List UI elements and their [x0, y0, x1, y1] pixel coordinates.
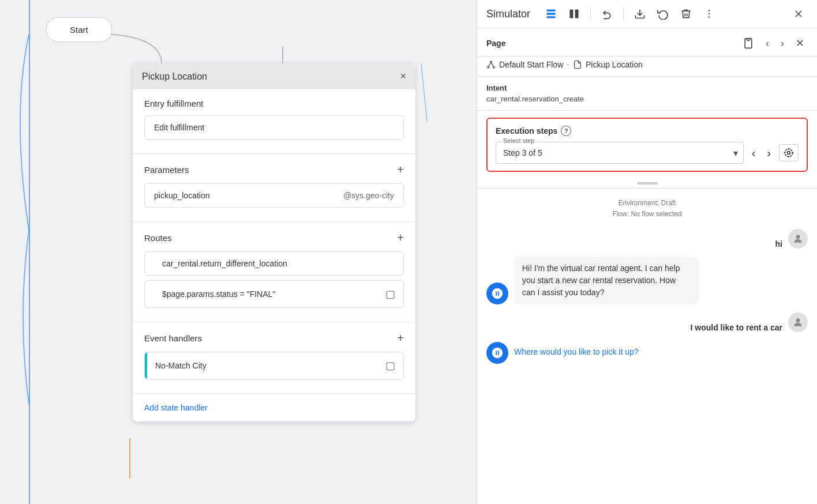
- page-next-button[interactable]: ›: [777, 36, 788, 51]
- flow-panel-header: Pickup Location ×: [133, 63, 415, 89]
- routes-section: Routes + car_rental.return_different_loc…: [133, 222, 415, 322]
- user-text-1: hi: [775, 239, 782, 249]
- section-title-events: Event handlers +: [144, 332, 404, 345]
- chat-area[interactable]: Environment: Draft Flow: No flow selecte…: [477, 189, 817, 504]
- svg-point-14: [493, 66, 494, 68]
- parameters-section: Parameters + pickup_location @sys.geo-ci…: [133, 154, 415, 222]
- section-title-routes: Routes +: [144, 231, 404, 245]
- breadcrumb-separator: -: [567, 60, 569, 69]
- toolbar-download-button[interactable]: [631, 6, 649, 22]
- step-select-dropdown[interactable]: Step 1 of 5 Step 2 of 5 Step 3 of 5 Step…: [496, 142, 744, 164]
- env-line2: Flow: No flow selected: [486, 209, 808, 220]
- flow-icon: [486, 60, 496, 69]
- bot-bubble-2: Where would you like to pick it up?: [514, 340, 647, 364]
- toolbar-view-columns-button[interactable]: [565, 6, 583, 22]
- breadcrumb-page: Pickup Location: [586, 60, 643, 69]
- toolbar-more-button[interactable]: [700, 6, 718, 22]
- event-handlers-label: Event handlers: [144, 333, 202, 343]
- svg-point-24: [796, 319, 800, 323]
- select-step-label: Select step: [501, 137, 536, 144]
- flow-canvas: Start Pickup Location × Entry fulfillmen…: [0, 0, 477, 504]
- add-parameter-button[interactable]: +: [397, 163, 404, 176]
- route-1-text: car_rental.return_different_location: [162, 259, 287, 268]
- toolbar-divider-1: [590, 7, 591, 21]
- start-label: Start: [70, 25, 88, 35]
- env-info: Environment: Draft Flow: No flow selecte…: [486, 198, 808, 220]
- route-card-1[interactable]: car_rental.return_different_location: [144, 251, 404, 276]
- bot-message-1: Hi! I'm the virtual car rental agent. I …: [486, 257, 808, 304]
- bot-text-1: Hi! I'm the virtual car rental agent. I …: [522, 264, 680, 297]
- svg-point-18: [785, 149, 792, 156]
- exec-steps-label: Execution steps: [496, 126, 557, 136]
- simulator-title: Simulator: [486, 8, 530, 20]
- svg-point-8: [709, 17, 710, 18]
- svg-line-15: [488, 63, 491, 67]
- event-1-text: No-Match City: [155, 361, 207, 370]
- svg-point-12: [490, 61, 492, 63]
- svg-point-6: [709, 10, 710, 12]
- step-prev-button[interactable]: ‹: [748, 144, 759, 162]
- step-select-container: Select step Step 1 of 5 Step 2 of 5 Step…: [496, 142, 744, 164]
- user-message-2: I would like to rent a car: [486, 313, 808, 332]
- step-next-button[interactable]: ›: [763, 144, 774, 162]
- add-state-handler-button[interactable]: Add state handler: [133, 394, 415, 422]
- sim-divider: [477, 179, 817, 189]
- toolbar-view-rows-button[interactable]: [542, 6, 560, 22]
- step-target-button[interactable]: [779, 144, 799, 161]
- event-card-1[interactable]: No-Match City ▢: [144, 352, 404, 379]
- bot-message-2: Where would you like to pick it up?: [486, 340, 808, 364]
- exec-steps-header: Execution steps ?: [496, 126, 799, 136]
- page-nav: ‹ › ✕: [739, 35, 808, 51]
- edit-fulfillment-text: Edit fulfillment: [154, 123, 204, 132]
- page-section-label: Page: [486, 39, 505, 48]
- page-close-button[interactable]: ✕: [792, 36, 808, 51]
- execution-steps-section: Execution steps ? Select step Step 1 of …: [486, 118, 808, 172]
- svg-rect-11: [747, 39, 750, 40]
- page-breadcrumb: Default Start Flow - Pickup Location: [477, 57, 817, 77]
- parameters-label: Parameters: [144, 165, 189, 175]
- add-route-button[interactable]: +: [397, 231, 404, 245]
- clipboard-icon[interactable]: [739, 35, 758, 51]
- intent-value: car_rental.reservation_create: [486, 95, 808, 103]
- route-2-text: $page.params.status = "FINAL": [162, 289, 275, 299]
- drag-handle[interactable]: [637, 182, 658, 185]
- user-avatar-2: [788, 313, 808, 332]
- simulator-panel: Simulator Page: [477, 0, 817, 504]
- intent-section: Intent car_rental.reservation_create: [477, 77, 817, 111]
- event-1-doc-icon: ▢: [385, 359, 395, 372]
- page-prev-button[interactable]: ‹: [762, 36, 773, 51]
- event-handlers-section: Event handlers + No-Match City ▢: [133, 322, 415, 394]
- exec-steps-help-icon[interactable]: ?: [561, 126, 571, 136]
- select-step-wrapper: Select step Step 1 of 5 Step 2 of 5 Step…: [496, 142, 799, 164]
- breadcrumb-flow: Default Start Flow: [499, 60, 563, 69]
- entry-fulfillment-label: Entry fulfillment: [144, 99, 204, 108]
- parameter-card[interactable]: pickup_location @sys.geo-city: [144, 183, 404, 208]
- panel-title: Pickup Location: [142, 72, 207, 82]
- toolbar-undo-button[interactable]: [598, 6, 616, 22]
- route-card-2[interactable]: $page.params.status = "FINAL" ▢: [144, 280, 404, 308]
- toolbar-reset-button[interactable]: [654, 6, 672, 22]
- toolbar-delete-button[interactable]: [677, 6, 695, 22]
- toolbar-divider-2: [623, 7, 624, 21]
- routes-label: Routes: [144, 233, 172, 243]
- start-node: Start: [46, 17, 112, 42]
- bot-avatar-1: [486, 283, 508, 304]
- edit-fulfillment-card[interactable]: Edit fulfillment: [144, 115, 404, 140]
- svg-rect-2: [547, 16, 556, 18]
- bot-avatar-2: [486, 342, 508, 364]
- intent-label: Intent: [486, 84, 808, 92]
- panel-close-button[interactable]: ×: [400, 70, 406, 82]
- param-value: @sys.geo-city: [343, 191, 394, 200]
- add-event-button[interactable]: +: [397, 332, 404, 345]
- bot-text-2: Where would you like to pick it up?: [514, 347, 639, 356]
- svg-rect-0: [547, 10, 556, 12]
- toolbar-close-button[interactable]: [789, 6, 808, 22]
- section-title-parameters: Parameters +: [144, 163, 404, 176]
- env-line1: Environment: Draft: [486, 198, 808, 209]
- svg-point-17: [788, 152, 790, 155]
- route-2-doc-icon: ▢: [385, 288, 395, 300]
- bot-bubble-1: Hi! I'm the virtual car rental agent. I …: [514, 257, 699, 304]
- section-title-fulfillment: Entry fulfillment: [144, 99, 404, 108]
- svg-rect-3: [570, 10, 574, 18]
- svg-line-16: [491, 63, 494, 67]
